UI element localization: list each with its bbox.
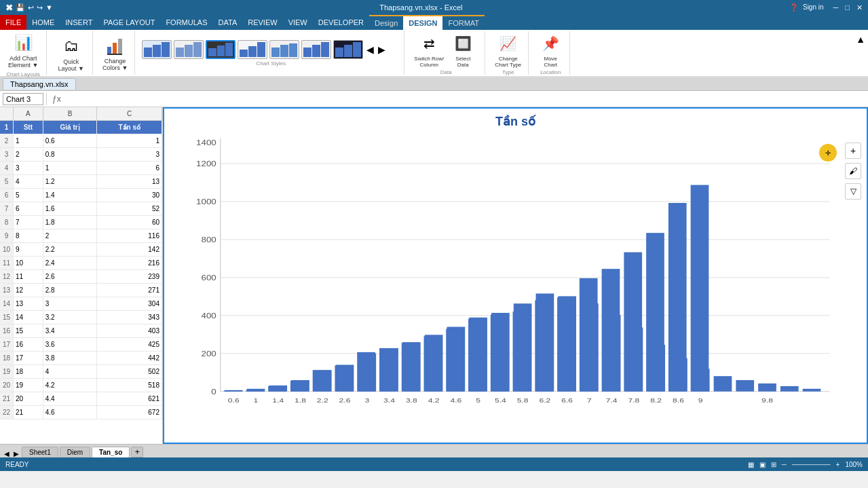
tab-page-layout[interactable]: PAGE LAYOUT bbox=[98, 15, 160, 30]
cell-stt[interactable]: 15 bbox=[14, 324, 43, 337]
chart-style-4[interactable] bbox=[238, 40, 267, 59]
table-row[interactable]: 17 16 3.6 425 bbox=[0, 338, 162, 352]
header-tanso[interactable]: Tần số bbox=[97, 121, 162, 134]
chart-add-element-icon[interactable]: + bbox=[845, 143, 861, 159]
cell-stt[interactable]: 8 bbox=[14, 229, 43, 242]
tab-developer[interactable]: DEVELOPER bbox=[313, 15, 369, 30]
cell-tanso[interactable]: 343 bbox=[97, 311, 162, 324]
cell-giatri[interactable]: 4 bbox=[43, 365, 98, 378]
cell-tanso[interactable]: 6 bbox=[97, 162, 162, 174]
close-btn[interactable]: ✕ bbox=[856, 3, 863, 12]
chart-style-5[interactable] bbox=[269, 40, 299, 59]
cell-stt[interactable]: 2 bbox=[14, 148, 43, 161]
quick-redo-btn[interactable]: ↪ bbox=[37, 3, 43, 12]
sheet-tab-sheet1[interactable]: Sheet1 bbox=[22, 447, 58, 457]
cell-stt[interactable]: 13 bbox=[14, 297, 43, 310]
quick-menu-btn[interactable]: ▼ bbox=[45, 3, 53, 12]
cell-stt[interactable]: 6 bbox=[14, 202, 43, 215]
switch-row-col-btn[interactable]: ⇄ Switch Row/Column bbox=[414, 31, 444, 68]
cell-tanso[interactable]: 304 bbox=[97, 297, 162, 310]
tab-view[interactable]: VIEW bbox=[283, 15, 313, 30]
table-row[interactable]: 11 10 2.4 216 bbox=[0, 257, 162, 270]
cell-tanso[interactable]: 621 bbox=[97, 392, 162, 405]
tab-formulas[interactable]: FORMULAS bbox=[160, 15, 212, 30]
table-row[interactable]: 7 6 1.6 52 bbox=[0, 202, 162, 216]
chart-style-scroll-right[interactable]: ▶ bbox=[377, 40, 386, 59]
cell-tanso[interactable]: 1 bbox=[97, 134, 162, 147]
cell-tanso[interactable]: 442 bbox=[97, 352, 162, 364]
cell-giatri[interactable]: 0.6 bbox=[43, 134, 98, 147]
cell-giatri[interactable]: 2.4 bbox=[43, 257, 98, 269]
cell-tanso[interactable]: 52 bbox=[97, 202, 162, 215]
header-stt[interactable]: Stt bbox=[14, 121, 43, 134]
cell-tanso[interactable]: 239 bbox=[97, 270, 162, 283]
table-row[interactable]: 18 17 3.8 442 bbox=[0, 352, 162, 365]
cell-giatri[interactable]: 1.8 bbox=[43, 216, 98, 229]
cell-giatri[interactable]: 3.2 bbox=[43, 311, 98, 324]
chart-style-scroll-left[interactable]: ◀ bbox=[365, 40, 375, 59]
cell-stt[interactable]: 1 bbox=[14, 134, 43, 147]
cell-giatri[interactable]: 2.6 bbox=[43, 270, 98, 283]
tab-data[interactable]: DATA bbox=[213, 15, 243, 30]
quick-layout-btn[interactable]: 🗂 QuickLayout ▼ bbox=[54, 33, 88, 73]
table-row[interactable]: 10 9 2.2 142 bbox=[0, 243, 162, 257]
table-row[interactable]: 15 14 3.2 343 bbox=[0, 311, 162, 324]
cell-giatri[interactable]: 2 bbox=[43, 229, 98, 242]
quick-save-btn[interactable]: 💾 bbox=[16, 3, 25, 12]
cell-giatri[interactable]: 1.2 bbox=[43, 175, 98, 188]
zoom-in-btn[interactable]: + bbox=[836, 461, 840, 468]
table-row[interactable]: 12 11 2.6 239 bbox=[0, 270, 162, 284]
formula-input[interactable] bbox=[67, 94, 865, 105]
cell-stt[interactable]: 7 bbox=[14, 216, 43, 229]
select-data-btn[interactable]: 🔲 SelectData bbox=[448, 31, 478, 68]
cell-stt[interactable]: 14 bbox=[14, 311, 43, 324]
table-row[interactable]: 2 1 0.6 1 bbox=[0, 134, 162, 148]
cell-stt[interactable]: 19 bbox=[14, 379, 43, 392]
cell-stt[interactable]: 16 bbox=[14, 338, 43, 351]
table-row[interactable]: 14 13 3 304 bbox=[0, 297, 162, 311]
cell-tanso[interactable]: 425 bbox=[97, 338, 162, 351]
cell-stt[interactable]: 9 bbox=[14, 243, 43, 256]
table-row[interactable]: 13 12 2.8 271 bbox=[0, 284, 162, 297]
chart-style-7[interactable] bbox=[333, 40, 363, 59]
header-giatri[interactable]: Giá trị bbox=[43, 121, 98, 134]
change-chart-type-btn[interactable]: 📈 ChangeChart Type bbox=[495, 31, 521, 68]
sheet-scroll-right[interactable]: ▶ bbox=[12, 450, 20, 457]
cell-stt[interactable]: 21 bbox=[14, 406, 43, 419]
sign-in-label[interactable]: Sign in bbox=[803, 3, 824, 12]
zoom-slider[interactable]: ──────── bbox=[792, 461, 831, 468]
tab-review[interactable]: REVIEW bbox=[242, 15, 282, 30]
cell-stt[interactable]: 11 bbox=[14, 270, 43, 283]
file-tab[interactable]: Thapsang.vn.xlsx bbox=[3, 78, 76, 90]
table-row[interactable]: 8 7 1.8 60 bbox=[0, 216, 162, 229]
cell-giatri[interactable]: 3.6 bbox=[43, 338, 98, 351]
table-row[interactable]: 20 19 4.2 518 bbox=[0, 379, 162, 392]
sheet-scroll-left[interactable]: ◀ bbox=[3, 450, 11, 457]
cell-tanso[interactable]: 30 bbox=[97, 189, 162, 202]
cell-tanso[interactable]: 403 bbox=[97, 324, 162, 337]
cell-stt[interactable]: 20 bbox=[14, 392, 43, 405]
table-row[interactable]: 21 20 4.4 621 bbox=[0, 392, 162, 406]
cell-giatri[interactable]: 4.2 bbox=[43, 379, 98, 392]
cell-stt[interactable]: 10 bbox=[14, 257, 43, 269]
table-row[interactable]: 5 4 1.2 13 bbox=[0, 175, 162, 189]
chart-style-2[interactable] bbox=[174, 40, 204, 59]
chart-filter-icon[interactable]: ▽ bbox=[845, 183, 861, 200]
ribbon-collapse-btn[interactable]: ▲ bbox=[853, 31, 868, 48]
table-row[interactable]: 3 2 0.8 3 bbox=[0, 148, 162, 162]
cell-tanso[interactable]: 142 bbox=[97, 243, 162, 256]
sheet-tab-tan-so[interactable]: Tan_so bbox=[92, 447, 130, 457]
view-page-layout-btn[interactable]: ▣ bbox=[759, 461, 766, 468]
cell-giatri[interactable]: 1 bbox=[43, 162, 98, 174]
table-row[interactable]: 19 18 4 502 bbox=[0, 365, 162, 379]
chart-area[interactable]: Tần số + 🖌 ▽ ✛ 0 200 400 bbox=[163, 107, 868, 444]
cell-tanso[interactable]: 60 bbox=[97, 216, 162, 229]
cell-stt[interactable]: 4 bbox=[14, 175, 43, 188]
table-row[interactable]: 9 8 2 116 bbox=[0, 229, 162, 243]
name-box[interactable] bbox=[3, 93, 43, 105]
tab-file[interactable]: FILE bbox=[0, 15, 26, 30]
help-icon[interactable]: ❓ bbox=[789, 3, 799, 12]
cell-tanso[interactable]: 518 bbox=[97, 379, 162, 392]
cell-tanso[interactable]: 271 bbox=[97, 284, 162, 297]
cell-stt[interactable]: 12 bbox=[14, 284, 43, 297]
